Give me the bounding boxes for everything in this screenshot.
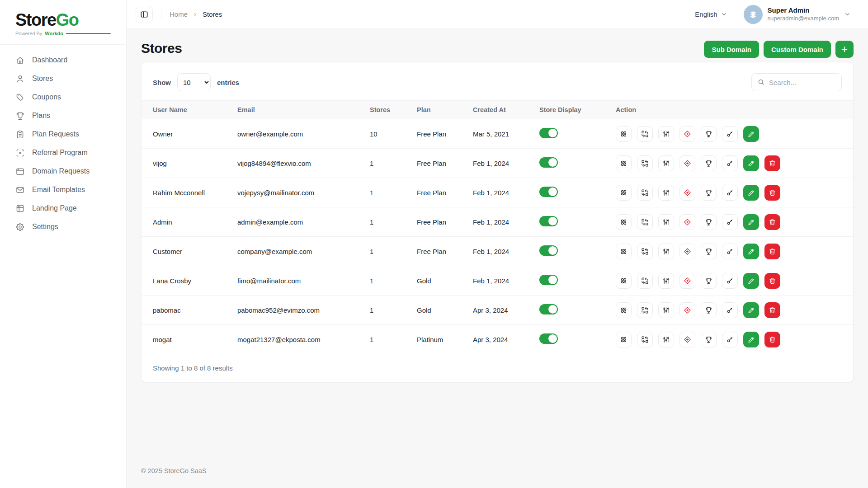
user-menu[interactable]: Super Admin superadmin@example.com (744, 5, 851, 24)
action-sliders-button[interactable] (658, 185, 674, 201)
action-trophy-button[interactable] (701, 273, 717, 289)
action-redirect-button[interactable] (679, 155, 695, 171)
mail-icon (15, 185, 25, 195)
action-edit-button[interactable] (743, 126, 759, 142)
action-edit-button[interactable] (743, 332, 759, 347)
action-atom-button[interactable] (616, 332, 632, 347)
action-swap-button[interactable] (637, 155, 653, 171)
action-edit-button[interactable] (743, 214, 759, 230)
store-display-toggle[interactable] (539, 333, 558, 344)
action-sliders-button[interactable] (658, 273, 674, 289)
action-edit-button[interactable] (743, 155, 759, 171)
action-swap-button[interactable] (637, 273, 653, 289)
action-trophy-button[interactable] (701, 332, 717, 347)
action-redirect-button[interactable] (679, 244, 695, 259)
action-delete-button[interactable] (764, 244, 780, 259)
sidebar-item-coupons[interactable]: Coupons (15, 88, 111, 107)
action-edit-button[interactable] (743, 244, 759, 259)
action-swap-button[interactable] (637, 214, 653, 230)
sidebar-item-stores[interactable]: Stores (15, 70, 111, 88)
action-swap-button[interactable] (637, 126, 653, 142)
language-selector[interactable]: English (695, 10, 727, 18)
action-key-button[interactable] (722, 332, 738, 347)
sidebar-item-referral-program[interactable]: Referral Program (15, 144, 111, 162)
action-delete-button[interactable] (764, 185, 780, 201)
action-atom-button[interactable] (616, 126, 632, 142)
sidebar-item-plan-requests[interactable]: Plan Requests (15, 125, 111, 144)
search-input[interactable] (751, 73, 842, 91)
sidebar-item-plans[interactable]: Plans (15, 107, 111, 125)
entries-select[interactable]: 10 (177, 73, 211, 91)
add-store-button[interactable]: + (835, 41, 854, 58)
action-key-button[interactable] (722, 244, 738, 259)
action-delete-button[interactable] (764, 155, 780, 171)
store-display-toggle[interactable] (539, 245, 558, 256)
action-atom-button[interactable] (616, 155, 632, 171)
action-trophy-button[interactable] (701, 155, 717, 171)
action-delete-button[interactable] (764, 302, 780, 318)
action-edit-button[interactable] (743, 273, 759, 289)
action-key-button[interactable] (722, 273, 738, 289)
action-atom-button[interactable] (616, 273, 632, 289)
sub-domain-button[interactable]: Sub Domain (704, 41, 759, 58)
action-trophy-button[interactable] (701, 126, 717, 142)
cell-actions (616, 266, 853, 296)
action-trophy-button[interactable] (701, 185, 717, 201)
action-sliders-button[interactable] (658, 155, 674, 171)
action-key-button[interactable] (722, 302, 738, 318)
swap-icon (641, 277, 649, 285)
action-edit-button[interactable] (743, 302, 759, 318)
action-delete-button[interactable] (764, 214, 780, 230)
sidebar-item-dashboard[interactable]: Dashboard (15, 51, 111, 70)
action-key-button[interactable] (722, 126, 738, 142)
action-redirect-button[interactable] (679, 126, 695, 142)
sidebar-item-email-templates[interactable]: Email Templates (15, 181, 111, 199)
action-delete-button[interactable] (764, 332, 780, 347)
action-swap-button[interactable] (637, 244, 653, 259)
action-sliders-button[interactable] (658, 302, 674, 318)
logo-tagline: Powered By Workdo (15, 31, 111, 36)
action-atom-button[interactable] (616, 214, 632, 230)
action-edit-button[interactable] (743, 185, 759, 201)
action-sliders-button[interactable] (658, 214, 674, 230)
action-swap-button[interactable] (637, 332, 653, 347)
action-redirect-button[interactable] (679, 332, 695, 347)
action-sliders-button[interactable] (658, 332, 674, 347)
logo[interactable]: StoreGo Powered By Workdo (0, 0, 126, 45)
action-swap-button[interactable] (637, 302, 653, 318)
action-redirect-button[interactable] (679, 273, 695, 289)
sidebar-toggle-button[interactable] (136, 6, 153, 23)
action-swap-button[interactable] (637, 185, 653, 201)
action-sliders-button[interactable] (658, 126, 674, 142)
action-sliders-button[interactable] (658, 244, 674, 259)
sliders-icon (662, 218, 670, 226)
action-redirect-button[interactable] (679, 214, 695, 230)
action-trophy-button[interactable] (701, 244, 717, 259)
store-display-toggle[interactable] (539, 187, 558, 197)
sidebar-item-label: Email Templates (32, 186, 85, 194)
action-trophy-button[interactable] (701, 302, 717, 318)
sidebar-item-settings[interactable]: Settings (15, 218, 111, 236)
action-redirect-button[interactable] (679, 185, 695, 201)
store-display-toggle[interactable] (539, 304, 558, 314)
action-atom-button[interactable] (616, 244, 632, 259)
store-display-toggle[interactable] (539, 216, 558, 226)
action-redirect-button[interactable] (679, 302, 695, 318)
action-trophy-button[interactable] (701, 214, 717, 230)
custom-domain-button[interactable]: Custom Domain (764, 41, 831, 58)
sidebar-item-landing-page[interactable]: Landing Page (15, 199, 111, 218)
panel-toggle-icon (140, 10, 149, 19)
action-key-button[interactable] (722, 214, 738, 230)
sidebar-item-label: Referral Program (32, 149, 88, 157)
cell-actions (616, 207, 853, 237)
action-atom-button[interactable] (616, 302, 632, 318)
action-key-button[interactable] (722, 155, 738, 171)
store-display-toggle[interactable] (539, 128, 558, 138)
breadcrumb-home-link[interactable]: Home (170, 10, 188, 18)
sidebar-item-domain-requests[interactable]: Domain Requests (15, 162, 111, 181)
action-atom-button[interactable] (616, 185, 632, 201)
store-display-toggle[interactable] (539, 157, 558, 168)
action-key-button[interactable] (722, 185, 738, 201)
action-delete-button[interactable] (764, 273, 780, 289)
store-display-toggle[interactable] (539, 275, 558, 285)
